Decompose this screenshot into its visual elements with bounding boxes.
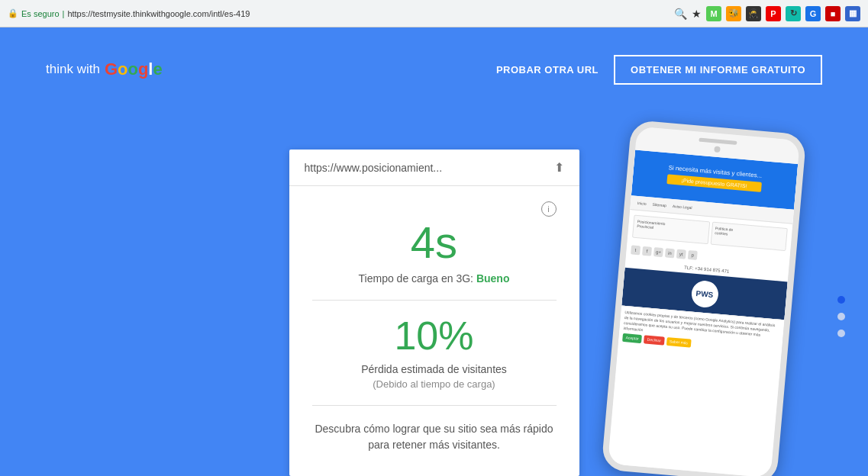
get-report-header-button[interactable]: OBTENER MI INFORME GRATUITO	[614, 55, 822, 85]
lock-icon: 🔒	[8, 8, 18, 18]
info-icon-row: i	[312, 201, 557, 217]
speed-value: 4s	[312, 220, 557, 265]
linkedin-icon: in	[665, 248, 675, 258]
phone-mockup: Si necesita más visitas y clientes... ¡P…	[616, 127, 807, 476]
phone-decline-btn: Declinar	[644, 335, 664, 345]
divider-1	[312, 300, 557, 301]
share-icon[interactable]: ⬆	[554, 160, 564, 175]
google-logo: Google	[105, 60, 163, 79]
phone-screen: Si necesita más visitas y clientes... ¡P…	[608, 150, 798, 476]
speed-label: Tiempo de carga en 3G: Bueno	[312, 272, 557, 285]
phone-nav-inicio: Inicio	[635, 199, 649, 208]
loss-sublabel: (Debido al tiempo de carga)	[312, 378, 557, 390]
bookmark-icon[interactable]: ★	[692, 8, 702, 20]
card-body: i 4s Tiempo de carga en 3G: Bueno 10% Pé…	[289, 186, 579, 476]
phone-logo: PWS	[690, 279, 719, 308]
browser-chrome: 🔒 Es seguro | https://testmysite.thinkwi…	[0, 0, 868, 27]
twitter-icon: t	[631, 245, 641, 255]
search-icon[interactable]: 🔍	[674, 8, 687, 20]
divider-2	[312, 405, 557, 406]
loss-label: Pérdida estimada de visitantes	[312, 363, 557, 375]
ext-refresh-icon[interactable]: ↻	[786, 6, 801, 21]
card-url-bar: https://www.posicionamient... ⬆	[289, 150, 579, 186]
content-area: https://www.posicionamient... ⬆ i 4s Tie…	[0, 111, 868, 476]
dot-3[interactable]	[837, 330, 845, 337]
youtube-icon: yt	[676, 249, 686, 259]
phone-more-btn: Saber más	[666, 337, 691, 348]
ext-g-icon[interactable]: G	[805, 6, 821, 21]
results-card: https://www.posicionamient... ⬆ i 4s Tie…	[289, 150, 579, 476]
page-wrapper: think with Google PROBAR OTRA URL OBTENE…	[0, 27, 868, 476]
info-icon[interactable]: i	[541, 201, 557, 217]
phone-card-2: Política decookies	[710, 222, 788, 252]
dot-2[interactable]	[837, 313, 845, 320]
dots-navigation	[837, 296, 845, 337]
site-header: think with Google PROBAR OTRA URL OBTENE…	[0, 27, 868, 111]
speed-status: Bueno	[476, 272, 510, 285]
browser-toolbar-icons: 🔍 ★ M 🐝 🥷 P ↻ G ■ ▦	[674, 6, 860, 21]
try-url-link[interactable]: PROBAR OTRA URL	[496, 64, 599, 76]
phone-accept-btn: Aceptar	[622, 333, 642, 343]
ext-bee-icon[interactable]: 🐝	[726, 6, 741, 21]
ext-p-icon[interactable]: P	[766, 6, 781, 21]
logo-prefix: think with	[46, 62, 100, 77]
google-plus-icon: g+	[653, 247, 663, 257]
secure-indicator: 🔒 Es seguro | https://testmysite.thinkwi…	[8, 8, 250, 18]
ext-r-icon[interactable]: ■	[825, 6, 841, 21]
ext-ninja-icon[interactable]: 🥷	[746, 6, 761, 21]
phone-nav-aviso: Aviso Legal	[670, 202, 695, 212]
ext-m-icon[interactable]: M	[706, 6, 721, 21]
phone-speaker	[699, 138, 737, 145]
ext-apps-icon[interactable]: ▦	[845, 6, 860, 21]
card-description: Descubra cómo lograr que su sitio sea má…	[312, 421, 557, 453]
logo: think with Google	[46, 60, 163, 79]
phone-camera	[714, 146, 721, 153]
loss-value: 10%	[312, 316, 557, 355]
phone-nav-sitemap: Sitemap	[650, 200, 669, 209]
pinterest-icon: p	[688, 250, 698, 260]
phone-card-1: PosicionamientoProvincial	[632, 215, 710, 245]
header-nav: PROBAR OTRA URL OBTENER MI INFORME GRATU…	[496, 55, 822, 85]
card-url-text: https://www.posicionamient...	[305, 162, 443, 174]
facebook-icon: f	[642, 246, 652, 256]
dot-1[interactable]	[837, 296, 845, 304]
phone-outer: Si necesita más visitas y clientes... ¡P…	[601, 120, 806, 476]
